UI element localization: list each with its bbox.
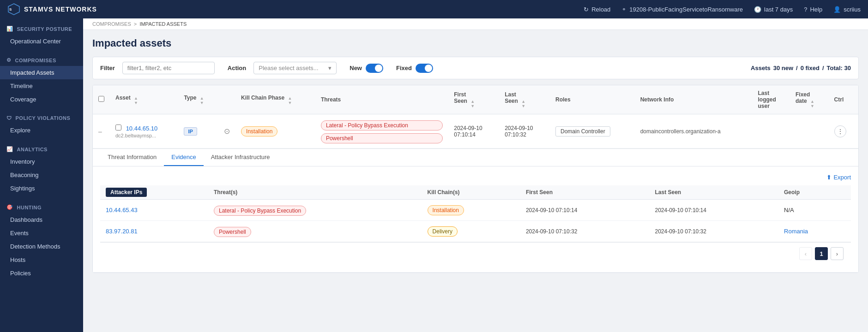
action-select[interactable]: Please select assets... ▾ <box>253 62 337 74</box>
col-network-info: Network Info <box>635 85 753 114</box>
network-info-value: domaincontrollers.organization-a <box>640 128 721 135</box>
col-threats: Threats <box>315 85 448 114</box>
evidence-col-threats: Threat(s) <box>208 185 422 200</box>
threats-cell: Lateral - Policy Bypass Execution Powers… <box>315 114 448 148</box>
filter-input[interactable] <box>122 62 215 74</box>
table-header-row: Asset ▲▼ Type ▲▼ Kill Chain Phase ▲▼ Thr… <box>93 85 858 114</box>
sidebar-item-impacted-assets[interactable]: Impacted Assets <box>0 66 83 79</box>
sidebar-item-hosts[interactable]: Hosts <box>0 253 83 267</box>
fixed-date-cell <box>790 114 829 148</box>
attacker-ips-header: Attacker IPs <box>106 188 147 197</box>
sidebar-item-sightings[interactable]: Sightings <box>0 182 83 195</box>
evidence-col-first-seen: First Seen <box>520 185 650 200</box>
evidence-col-last-seen: Last Seen <box>649 185 778 200</box>
page-1-button[interactable]: 1 <box>815 247 828 260</box>
evidence-row-2: 83.97.20.81 Powershell Delivery <box>100 221 851 242</box>
scenario-selector[interactable]: ⚬ 19208-PublicFacingServicetoRansomware <box>621 6 743 13</box>
fixed-toggle[interactable] <box>416 64 433 73</box>
evidence-kill-chain-badge-1: Installation <box>428 205 464 215</box>
evidence-kill-chain-badge-2: Delivery <box>428 226 458 237</box>
evidence-threat-2: Powershell <box>208 221 422 242</box>
row-expand[interactable]: – <box>93 114 110 148</box>
evidence-threat-badge-2: Powershell <box>214 227 251 237</box>
assets-table-wrap: Asset ▲▼ Type ▲▼ Kill Chain Phase ▲▼ Thr… <box>92 85 859 273</box>
role-badge: Domain Controller <box>555 126 610 136</box>
prev-page-button[interactable]: ‹ <box>799 247 812 260</box>
row-checkbox[interactable] <box>115 125 121 130</box>
sidebar-item-coverage[interactable]: Coverage <box>0 93 83 106</box>
page-body: Impacted assets Filter Action Please sel… <box>83 30 868 332</box>
evidence-col-geoip: Geoip <box>778 185 851 200</box>
evidence-first-seen-1: 2024-09-10 07:10:14 <box>520 200 650 221</box>
evidence-tabs: Threat Information Evidence Attacker Inf… <box>93 149 858 166</box>
expanded-content: Threat Information Evidence Attacker Inf… <box>93 148 858 272</box>
attacker-ip-link-2[interactable]: 83.97.20.81 <box>106 228 138 235</box>
section-header-analytics: 📈 Analytics <box>0 143 83 155</box>
geoip-link-2[interactable]: Romania <box>784 228 808 235</box>
fixed-toggle-group: Fixed <box>396 64 433 73</box>
evidence-geoip-1: N/A <box>778 200 851 221</box>
reload-icon: ↻ <box>584 6 589 13</box>
sidebar-item-detection-methods[interactable]: Detection Methods <box>0 240 83 253</box>
filter-label: Filter <box>100 65 115 71</box>
sidebar-item-explore[interactable]: Explore <box>0 124 83 137</box>
target-icon: ⊙ <box>224 127 230 135</box>
table-row: – 10.44.65.10 dc2.beltwaymsp... IP ⊙ <box>93 114 858 148</box>
filter-bar: Filter Action Please select assets... ▾ … <box>92 57 859 79</box>
time-selector[interactable]: 🕐 last 7 days <box>754 6 793 13</box>
next-page-button[interactable]: › <box>831 247 844 260</box>
evidence-attacker-ip-2: 83.97.20.81 <box>100 221 208 242</box>
export-icon: ⬆ <box>826 174 832 181</box>
export-button[interactable]: ⬆ Export <box>826 174 851 181</box>
sidebar-item-events[interactable]: Events <box>0 226 83 240</box>
evidence-last-seen-1: 2024-09-10 07:10:14 <box>649 200 778 221</box>
expanded-row: Threat Information Evidence Attacker Inf… <box>93 148 858 273</box>
sidebar-item-dashboards[interactable]: Dashboards <box>0 213 83 226</box>
main-content: COMPROMISES > IMPACTED ASSETS Impacted a… <box>83 18 868 332</box>
total-count: Total: 30 <box>827 65 851 71</box>
breadcrumb-parent[interactable]: COMPROMISES <box>92 21 131 27</box>
evidence-col-kill-chains: Kill Chain(s) <box>422 185 520 200</box>
evidence-col-attacker-ips: Attacker IPs <box>100 185 208 200</box>
new-count: 30 new <box>773 65 793 71</box>
policy-icon: 🛡 <box>6 115 12 121</box>
breadcrumb-current: IMPACTED ASSETS <box>139 21 187 27</box>
sidebar-item-operational-center[interactable]: Operational Center <box>0 35 83 48</box>
col-fixed-date: Fixeddate ▲▼ <box>790 85 829 114</box>
type-badge: IP <box>184 127 197 136</box>
new-label: New <box>350 65 362 71</box>
col-roles: Roles <box>550 85 635 114</box>
scenario-icon: ⚬ <box>621 6 627 13</box>
fixed-label: Fixed <box>396 65 412 71</box>
fixed-count: 0 fixed <box>801 65 820 71</box>
hunting-icon: 🎯 <box>6 204 13 210</box>
help-icon: ? <box>804 6 807 13</box>
help-button[interactable]: ? Help <box>804 6 822 13</box>
action-label: Action <box>228 65 246 71</box>
tab-attacker-infrastructure[interactable]: Attacker Infrastructure <box>204 149 277 166</box>
clock-icon: 🕐 <box>754 6 761 13</box>
sidebar-item-policies[interactable]: Policies <box>0 267 83 280</box>
expanded-content-cell: Threat Information Evidence Attacker Inf… <box>93 148 858 273</box>
sidebar-item-timeline[interactable]: Timeline <box>0 79 83 93</box>
section-header-security-posture: 📊 Security Posture <box>0 23 83 35</box>
more-options-button[interactable]: ⋮ <box>834 125 846 137</box>
reload-button[interactable]: ↻ Reload <box>584 6 610 13</box>
evidence-header-row: Attacker IPs Threat(s) Kill Chain(s) Fir… <box>100 185 851 200</box>
analytics-icon: 📈 <box>6 146 13 152</box>
col-type: Type ▲▼ <box>178 85 218 114</box>
evidence-body: ⬆ Export <box>93 166 858 272</box>
sidebar-item-inventory[interactable]: Inventory <box>0 155 83 168</box>
type-cell: IP <box>178 114 218 148</box>
user-menu[interactable]: 👤 scriius <box>833 6 861 13</box>
col-asset: Asset ▲▼ <box>110 85 178 114</box>
new-toggle[interactable] <box>366 64 383 73</box>
attacker-ip-link-1[interactable]: 10.44.65.43 <box>106 207 138 213</box>
tab-threat-information[interactable]: Threat Information <box>100 149 164 166</box>
tab-evidence[interactable]: Evidence <box>164 149 203 166</box>
asset-ip-link[interactable]: 10.44.65.10 <box>126 125 158 132</box>
col-last-seen: LastSeen ▲▼ <box>499 85 550 114</box>
sidebar-item-beaconing[interactable]: Beaconing <box>0 168 83 182</box>
evidence-attacker-ip-1: 10.44.65.43 <box>100 200 208 221</box>
select-all-checkbox[interactable] <box>98 96 104 102</box>
